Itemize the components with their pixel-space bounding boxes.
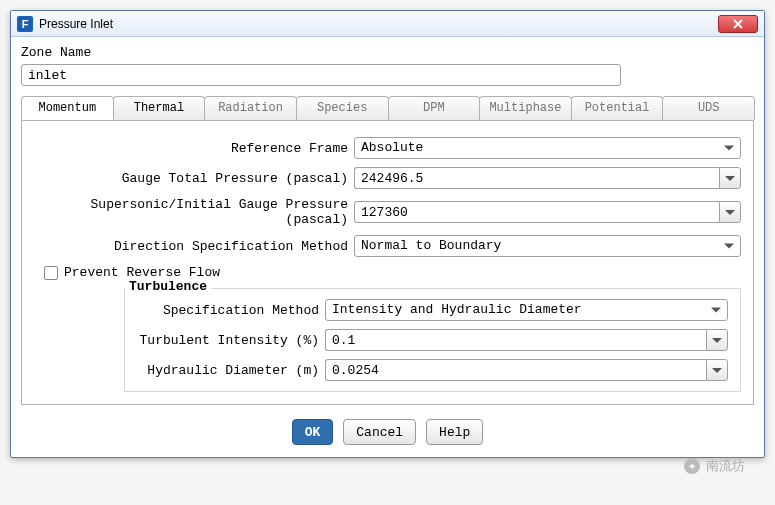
hydraulic-diameter-dropdown[interactable] (706, 359, 728, 381)
direction-spec-label: Direction Specification Method (34, 239, 354, 254)
hydraulic-diameter-input[interactable] (325, 359, 706, 381)
window-title: Pressure Inlet (39, 17, 718, 31)
gauge-total-pressure-dropdown[interactable] (719, 167, 741, 189)
chevron-down-icon (712, 368, 722, 373)
turbulence-legend: Turbulence (125, 279, 211, 294)
supersonic-pressure-dropdown[interactable] (719, 201, 741, 223)
tab-momentum[interactable]: Momentum (21, 96, 114, 120)
button-bar: OK Cancel Help (21, 419, 754, 445)
close-button[interactable] (718, 15, 758, 33)
turbulent-intensity-dropdown[interactable] (706, 329, 728, 351)
reference-frame-select[interactable]: Absolute (354, 137, 741, 159)
reference-frame-label: Reference Frame (34, 141, 354, 156)
turbulent-intensity-label: Turbulent Intensity (%) (137, 333, 325, 348)
direction-spec-select[interactable]: Normal to Boundary (354, 235, 741, 257)
turb-spec-method-select[interactable]: Intensity and Hydraulic Diameter (325, 299, 728, 321)
tabs: Momentum Thermal Radiation Species DPM M… (21, 96, 754, 121)
chevron-down-icon (712, 338, 722, 343)
tab-potential[interactable]: Potential (571, 96, 664, 120)
momentum-panel: Reference Frame Absolute Gauge Total Pre… (21, 121, 754, 405)
supersonic-pressure-input[interactable] (354, 201, 719, 223)
wechat-icon: ✦ (684, 458, 700, 468)
tab-dpm[interactable]: DPM (388, 96, 481, 120)
prevent-reverse-flow-label: Prevent Reverse Flow (64, 265, 220, 280)
chevron-down-icon (724, 146, 734, 151)
reference-frame-value: Absolute (361, 140, 423, 155)
zone-name-input[interactable] (21, 64, 621, 86)
tab-thermal[interactable]: Thermal (113, 96, 206, 120)
chevron-down-icon (711, 308, 721, 313)
chevron-down-icon (724, 244, 734, 249)
watermark-text: 南流坊 (706, 457, 745, 468)
turb-spec-method-label: Specification Method (137, 303, 325, 318)
help-button[interactable]: Help (426, 419, 483, 445)
zone-name-label: Zone Name (21, 45, 754, 60)
tab-species[interactable]: Species (296, 96, 389, 120)
turb-spec-method-value: Intensity and Hydraulic Diameter (332, 302, 582, 317)
tab-radiation[interactable]: Radiation (204, 96, 297, 120)
gauge-total-pressure-label: Gauge Total Pressure (pascal) (34, 171, 354, 186)
gauge-total-pressure-input[interactable] (354, 167, 719, 189)
chevron-down-icon (725, 210, 735, 215)
ok-button[interactable]: OK (292, 419, 334, 445)
turbulence-group: Turbulence Specification Method Intensit… (124, 288, 741, 392)
watermark: ✦ 南流坊 (684, 457, 745, 468)
titlebar[interactable]: F Pressure Inlet (11, 11, 764, 37)
cancel-button[interactable]: Cancel (343, 419, 416, 445)
supersonic-pressure-label: Supersonic/Initial Gauge Pressure (pasca… (34, 197, 354, 227)
tab-uds[interactable]: UDS (662, 96, 755, 120)
tab-multiphase[interactable]: Multiphase (479, 96, 572, 120)
prevent-reverse-flow-checkbox[interactable] (44, 266, 58, 280)
chevron-down-icon (725, 176, 735, 181)
close-icon (733, 19, 743, 29)
hydraulic-diameter-label: Hydraulic Diameter (m) (137, 363, 325, 378)
app-icon: F (17, 16, 33, 32)
pressure-inlet-dialog: F Pressure Inlet Zone Name Momentum Ther… (10, 10, 765, 458)
direction-spec-value: Normal to Boundary (361, 238, 501, 253)
turbulent-intensity-input[interactable] (325, 329, 706, 351)
